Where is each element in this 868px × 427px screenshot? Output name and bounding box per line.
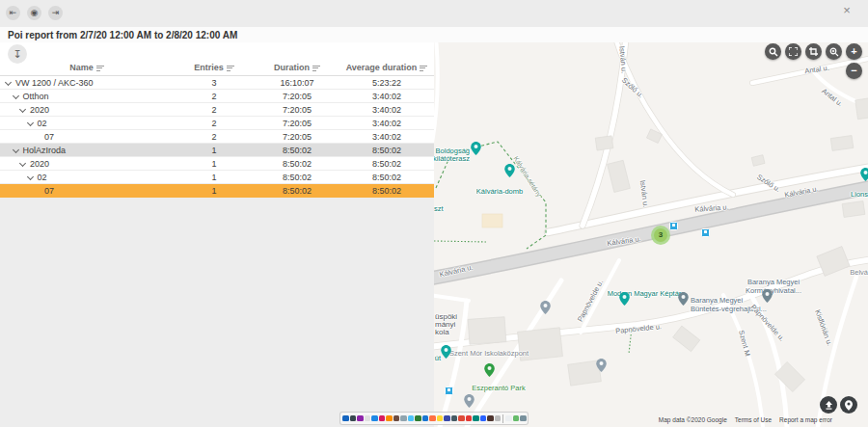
map-crop-button[interactable] xyxy=(805,43,822,60)
dock-app-icon[interactable] xyxy=(429,415,436,422)
dock-app-icon[interactable] xyxy=(379,415,386,422)
table-row[interactable]: 202018:50:028:50:02 xyxy=(0,157,434,171)
poi-pin[interactable] xyxy=(762,289,773,303)
chevron-down-icon[interactable] xyxy=(12,93,18,99)
poi-pin[interactable] xyxy=(619,292,630,306)
row-entries: 2 xyxy=(174,105,255,115)
poi-pin[interactable] xyxy=(464,394,475,408)
map-pin-icon xyxy=(678,292,689,306)
marker-cluster[interactable]: 3 xyxy=(651,226,670,245)
table-row[interactable]: 0718:50:028:50:02 xyxy=(0,184,434,198)
zoom-selection-icon xyxy=(829,47,839,57)
overview-button[interactable] xyxy=(820,396,837,414)
poi-pin[interactable] xyxy=(540,301,551,314)
chevron-down-icon[interactable] xyxy=(19,160,26,167)
poi-pin[interactable] xyxy=(471,142,481,155)
column-header[interactable]: Average duration xyxy=(339,63,434,72)
row-avg-duration: 5:23:22 xyxy=(339,78,434,88)
column-label: Entries xyxy=(194,63,224,72)
dock-app-icon[interactable] xyxy=(505,415,512,422)
dock-app-icon[interactable] xyxy=(437,415,444,422)
column-header[interactable]: Duration xyxy=(255,63,339,72)
chevron-down-icon[interactable] xyxy=(26,173,33,180)
map-pin-icon xyxy=(484,363,495,377)
terms-of-use-link[interactable]: Terms of Use xyxy=(735,416,772,423)
poi-pin[interactable] xyxy=(678,292,689,306)
transit-stop-icon[interactable] xyxy=(669,222,678,230)
table-row[interactable]: 0218:50:028:50:02 xyxy=(0,171,434,184)
skip-to-start-button[interactable]: ⇤ xyxy=(6,6,20,20)
dock-separator xyxy=(502,414,503,423)
show-marker-button[interactable] xyxy=(840,396,857,414)
poi-pin[interactable] xyxy=(484,363,495,377)
table-row[interactable]: 0727:20:053:40:02 xyxy=(0,130,434,144)
map-attribution: Map data ©2020 Google Terms of Use Repor… xyxy=(659,416,832,423)
table-row[interactable]: VW 1200 / AKC-360316:10:075:23:22 xyxy=(0,76,434,90)
dock-app-icon[interactable] xyxy=(513,415,520,422)
close-icon[interactable]: × xyxy=(838,2,855,19)
dock-app-icon[interactable] xyxy=(444,415,450,422)
dock-app-icon[interactable] xyxy=(466,415,473,422)
map-pin-icon xyxy=(504,164,515,177)
table-row[interactable]: Otthon27:20:053:40:02 xyxy=(0,90,434,103)
map-pin-icon xyxy=(762,289,773,303)
zoom-out-button[interactable]: − xyxy=(846,63,862,79)
row-name: 02 xyxy=(38,173,47,182)
report-map-error-link[interactable]: Report a map error xyxy=(779,416,832,423)
chevron-down-icon[interactable] xyxy=(19,106,26,113)
chevron-down-icon[interactable] xyxy=(26,120,33,126)
chevron-down-icon[interactable] xyxy=(5,79,12,86)
transit-stop-icon[interactable] xyxy=(701,228,710,237)
dock-app-icon[interactable] xyxy=(357,415,364,422)
row-duration: 8:50:02 xyxy=(255,146,339,155)
row-avg-duration: 3:40:02 xyxy=(339,119,434,128)
poi-pin[interactable] xyxy=(504,164,515,177)
table-row[interactable]: HolAzIroda18:50:028:50:02 xyxy=(0,144,434,157)
poi-pin[interactable] xyxy=(860,168,868,181)
row-entries: 3 xyxy=(174,78,255,88)
poi-pin[interactable] xyxy=(441,345,451,359)
search-icon xyxy=(769,47,778,57)
dock-app-icon[interactable] xyxy=(386,415,393,422)
map-pin-icon xyxy=(471,142,481,155)
chevron-down-icon[interactable] xyxy=(12,147,18,153)
dock-app-icon[interactable] xyxy=(487,415,494,422)
dock-app-icon[interactable] xyxy=(400,415,407,422)
dock-app-icon[interactable] xyxy=(473,415,479,422)
row-avg-duration: 8:50:02 xyxy=(339,173,434,182)
map-pin-icon xyxy=(860,168,868,181)
transit-stop-icon[interactable] xyxy=(445,387,453,395)
column-label: Duration xyxy=(274,63,310,72)
dock-app-icon[interactable] xyxy=(480,415,487,422)
dock-app-icon[interactable] xyxy=(342,415,349,422)
map-fullscreen-button[interactable] xyxy=(785,43,801,60)
table-row[interactable]: 0227:20:053:40:02 xyxy=(0,117,434,130)
dock-app-icon[interactable] xyxy=(393,415,400,422)
map-search-button[interactable] xyxy=(765,43,781,60)
dock-app-icon[interactable] xyxy=(458,415,465,422)
dock-app-icon[interactable] xyxy=(520,415,527,422)
map-pin-icon xyxy=(619,292,630,306)
dock-app-icon[interactable] xyxy=(415,415,421,422)
dock-app-icon[interactable] xyxy=(350,415,357,422)
sort-icon xyxy=(96,64,104,70)
poi-pin[interactable] xyxy=(596,359,607,372)
dock-app-icon[interactable] xyxy=(365,415,371,422)
map-canvas[interactable]: lc BoldogságkilátóteraszKálvária-dombKál… xyxy=(434,42,868,427)
column-label: Name xyxy=(69,63,94,72)
cluster-count: 3 xyxy=(654,228,667,242)
jump-up-icon xyxy=(825,401,833,410)
column-header[interactable]: Name xyxy=(0,63,174,72)
dock-app-icon[interactable] xyxy=(371,415,378,422)
dock-app-icon[interactable] xyxy=(422,415,429,422)
table-row[interactable]: 202027:20:053:40:02 xyxy=(0,103,434,117)
row-entries: 2 xyxy=(174,92,255,101)
column-header[interactable]: Entries xyxy=(174,63,255,72)
zoom-in-button[interactable]: + xyxy=(846,43,862,60)
dock-app-icon[interactable] xyxy=(495,415,502,422)
skip-to-end-button[interactable]: ⇥ xyxy=(48,6,63,20)
map-zoom-selection-button[interactable] xyxy=(826,43,842,60)
dock-app-icon[interactable] xyxy=(408,415,415,422)
playback-button[interactable]: ◉ xyxy=(27,6,41,20)
dock-app-icon[interactable] xyxy=(451,415,458,422)
